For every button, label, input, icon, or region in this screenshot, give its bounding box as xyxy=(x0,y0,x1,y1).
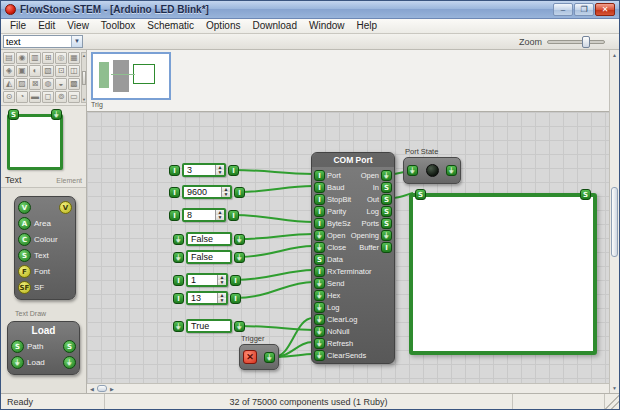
zoom-slider-thumb[interactable] xyxy=(582,36,590,48)
pin-icon[interactable]: I xyxy=(169,165,180,176)
scroll-left-icon[interactable]: ◀ xyxy=(87,384,97,393)
port-state-component[interactable]: Port State ⏚ ⏚ xyxy=(403,146,461,184)
schematic-canvas[interactable]: I 3 ▲▼ I I 9600 ▲▼ I I xyxy=(87,112,609,393)
pin-icon[interactable]: ⏚ xyxy=(173,252,184,263)
pin-icon[interactable]: I xyxy=(314,194,325,205)
toolbox-component-icon[interactable]: ◍ xyxy=(42,78,54,90)
pin-icon[interactable]: I xyxy=(228,210,239,221)
pin-icon[interactable]: ⏚ xyxy=(234,252,245,263)
pin-icon[interactable]: SF xyxy=(18,281,31,294)
value-field[interactable]: 9600 ▲▼ xyxy=(182,185,232,199)
maximize-button[interactable]: ❐ xyxy=(574,3,594,16)
pin-icon[interactable]: ⏚ xyxy=(314,338,325,349)
toolbox-component-icon[interactable]: ▧ xyxy=(42,65,54,77)
pin-icon[interactable]: ⏚ xyxy=(446,165,457,176)
pin-icon[interactable]: I xyxy=(314,266,325,277)
toolbox-component-icon[interactable]: ◎ xyxy=(55,52,67,64)
scroll-down-icon[interactable]: ▼ xyxy=(82,97,86,102)
toolbox-component-icon[interactable]: ◔ xyxy=(16,91,28,103)
pin-icon[interactable]: I xyxy=(230,275,241,286)
bool-input-component[interactable]: ⏚ False ⏚ xyxy=(173,232,245,246)
pin-icon[interactable]: I xyxy=(228,165,239,176)
pin-icon[interactable]: ⏚ xyxy=(407,165,418,176)
menu-item[interactable]: View xyxy=(62,19,94,33)
toolbox-component-icon[interactable]: ▩ xyxy=(68,78,80,90)
toolbox-component-icon[interactable]: ◭ xyxy=(3,78,15,90)
pin-icon[interactable]: V xyxy=(59,201,72,214)
pin-icon[interactable]: ⏚ xyxy=(314,290,325,301)
pin-icon[interactable]: I xyxy=(169,187,180,198)
value-field[interactable]: 3 ▲▼ xyxy=(182,163,226,177)
title-bar[interactable]: FlowStone STEM - [Arduino LED Blink*] – … xyxy=(1,1,619,19)
text-component-panel[interactable]: V V A Area C Colour S Text xyxy=(14,196,76,300)
scrollbar-thumb[interactable] xyxy=(82,71,86,85)
pin-icon[interactable]: ⏚ xyxy=(234,321,245,332)
toolbox-component-icon[interactable]: ▤ xyxy=(3,52,15,64)
toolbox-component-icon[interactable]: ▦ xyxy=(68,52,80,64)
value-field[interactable]: True xyxy=(186,319,232,333)
toolbox-component-icon[interactable]: ▬ xyxy=(29,91,41,103)
scrollbar-thumb[interactable] xyxy=(97,385,107,392)
spinner[interactable]: ▲▼ xyxy=(217,275,226,285)
pin-icon[interactable]: ⏚ xyxy=(314,278,325,289)
value-field[interactable]: 1 ▲▼ xyxy=(186,273,228,287)
pin-icon[interactable]: I xyxy=(314,182,325,193)
com-port-component[interactable]: COM Port I Port I Baud I StopBit xyxy=(311,152,395,364)
pin-icon[interactable]: ⏚ xyxy=(11,356,24,369)
int-input-component[interactable]: I 3 ▲▼ I xyxy=(169,163,239,177)
pin-icon[interactable]: F xyxy=(18,265,31,278)
pin-icon[interactable]: C xyxy=(18,233,31,246)
vertical-scrollbar[interactable]: ▲ ▼ xyxy=(609,50,619,393)
spinner[interactable]: ▲▼ xyxy=(215,165,224,175)
toolbox-component-icon[interactable]: ⊙ xyxy=(3,91,15,103)
spinner-down-icon[interactable]: ▼ xyxy=(218,298,226,303)
pin-icon[interactable]: S xyxy=(18,249,31,262)
pin-icon[interactable]: I xyxy=(234,187,245,198)
int-input-component[interactable]: I 9600 ▲▼ I xyxy=(169,185,245,199)
pin-icon[interactable]: S xyxy=(381,182,392,193)
menu-item[interactable]: Toolbox xyxy=(96,19,140,33)
pin-icon[interactable]: V xyxy=(18,201,31,214)
pin-icon[interactable]: S xyxy=(580,189,591,200)
pin-icon[interactable]: I xyxy=(169,210,180,221)
value-field[interactable]: False xyxy=(186,232,232,246)
scrollbar-thumb[interactable] xyxy=(611,187,618,257)
pin-icon[interactable]: I xyxy=(173,293,184,304)
schematic-thumbnail[interactable] xyxy=(91,52,171,100)
spinner-down-icon[interactable]: ▼ xyxy=(216,170,224,175)
combo-dropdown-icon[interactable]: ▼ xyxy=(71,36,82,47)
horizontal-scrollbar[interactable]: ◀ ▶ xyxy=(87,383,609,393)
pin-icon[interactable]: ⏚ xyxy=(314,314,325,325)
menu-item[interactable]: Window xyxy=(304,19,350,33)
pin-icon[interactable]: I xyxy=(314,170,325,181)
toolbox-search-input[interactable] xyxy=(4,36,71,47)
menu-item[interactable]: Help xyxy=(352,19,383,33)
spinner[interactable]: ▲▼ xyxy=(217,293,226,303)
pin-icon[interactable]: S xyxy=(381,206,392,217)
trigger-button[interactable]: ✕ xyxy=(243,350,257,364)
spinner[interactable]: ▲▼ xyxy=(221,187,230,197)
scroll-down-icon[interactable]: ▼ xyxy=(610,383,619,393)
spinner-down-icon[interactable]: ▼ xyxy=(222,192,230,197)
pin-icon[interactable]: I xyxy=(314,206,325,217)
menu-item[interactable]: File xyxy=(5,19,31,33)
pin-icon[interactable]: ⏚ xyxy=(314,350,325,361)
pin-icon[interactable]: ⏚ xyxy=(314,230,325,241)
pin-icon[interactable]: S xyxy=(11,340,24,353)
resize-grip[interactable] xyxy=(605,394,619,409)
spinner-down-icon[interactable]: ▼ xyxy=(216,215,224,220)
pin-icon[interactable]: S xyxy=(381,194,392,205)
scroll-up-icon[interactable]: ▲ xyxy=(610,50,619,60)
spinner-down-icon[interactable]: ▼ xyxy=(218,280,226,285)
bool-input-component[interactable]: ⏚ False ⏚ xyxy=(173,250,245,264)
toolbox-component-icon[interactable]: ▥ xyxy=(29,52,41,64)
trigger-component[interactable]: Trigger ✕ ⏚ xyxy=(239,333,279,370)
pin-icon[interactable]: ⏚ xyxy=(381,170,392,181)
menu-item[interactable]: Edit xyxy=(33,19,60,33)
menu-item[interactable]: Schematic xyxy=(142,19,199,33)
toolbox-search-combo[interactable]: ▼ xyxy=(3,35,83,48)
value-field[interactable]: 13 ▲▼ xyxy=(186,291,228,305)
module-tab[interactable]: Trig xyxy=(91,52,171,109)
toolbox-component-icon[interactable]: ◻ xyxy=(42,91,54,103)
pin-icon[interactable]: A xyxy=(18,217,31,230)
